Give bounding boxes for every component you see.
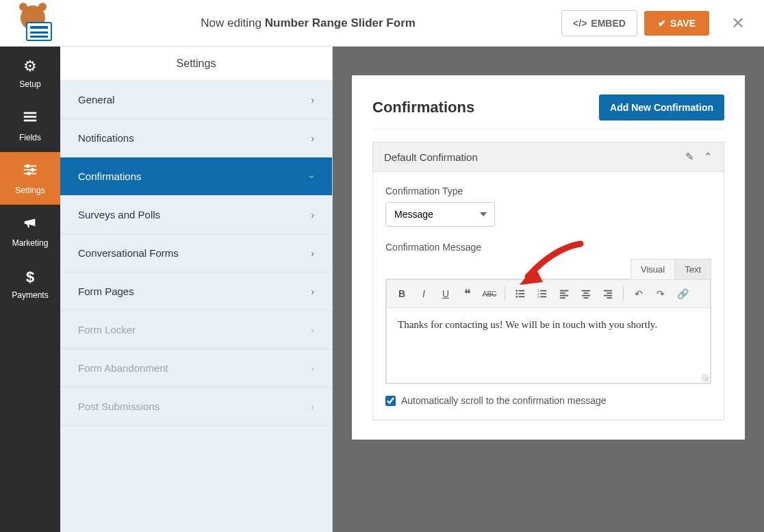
dollar-icon: $ — [26, 268, 34, 286]
code-icon: </> — [573, 18, 587, 29]
svg-rect-2 — [24, 119, 36, 121]
confirmation-message-label: Confirmation Message — [385, 242, 711, 253]
editor-tab-visual[interactable]: Visual — [631, 259, 675, 279]
svg-rect-24 — [560, 297, 565, 299]
settings-row-conversational[interactable]: Conversational Forms › — [60, 234, 332, 273]
auto-scroll-checkbox[interactable] — [385, 396, 396, 406]
align-right-icon[interactable] — [598, 284, 617, 303]
bold-icon[interactable]: B — [392, 284, 411, 303]
auto-scroll-label: Automatically scroll to the confirmation… — [401, 395, 607, 406]
sidebar-item-label: Marketing — [12, 238, 49, 248]
bullet-list-icon[interactable] — [511, 284, 530, 303]
svg-rect-22 — [560, 292, 565, 294]
panel-title: Settings — [60, 47, 332, 81]
confirmation-type-select[interactable]: Message — [385, 202, 495, 227]
svg-rect-20 — [540, 296, 546, 298]
svg-rect-18 — [540, 293, 546, 294]
confirmation-name: Default Confirmation — [384, 151, 478, 163]
svg-rect-26 — [584, 292, 589, 294]
italic-icon[interactable]: I — [414, 284, 433, 303]
settings-row-surveys[interactable]: Surveys and Polls › — [60, 196, 332, 234]
check-icon: ✔ — [658, 18, 666, 29]
number-list-icon[interactable]: 123 — [533, 284, 552, 303]
redo-icon[interactable]: ↷ — [651, 284, 670, 303]
svg-point-4 — [26, 164, 30, 168]
settings-panel: Settings General › Notifications › Confi… — [60, 47, 333, 532]
gear-icon: ⚙ — [23, 58, 37, 75]
main-content: Confirmations Add New Confirmation Defau… — [333, 47, 764, 532]
sidebar-item-marketing[interactable]: Marketing — [0, 205, 60, 257]
align-left-icon[interactable] — [555, 284, 574, 303]
settings-row-label: Conversational Forms — [78, 247, 179, 259]
sidebar-item-fields[interactable]: Fields — [0, 99, 60, 152]
close-icon[interactable]: ✕ — [726, 14, 750, 33]
sidebar-item-label: Setup — [19, 79, 40, 89]
save-button[interactable]: ✔ SAVE — [644, 11, 709, 36]
chevron-right-icon: › — [311, 325, 314, 335]
top-bar: Now editing Number Range Slider Form </>… — [0, 0, 764, 47]
undo-icon[interactable]: ↶ — [629, 284, 648, 303]
app-logo — [14, 5, 55, 41]
chevron-right-icon: › — [311, 210, 314, 220]
svg-rect-29 — [604, 290, 612, 292]
settings-row-post-submissions[interactable]: Post Submissions › — [60, 388, 332, 426]
collapse-icon[interactable]: ⌃ — [704, 151, 713, 163]
settings-row-notifications[interactable]: Notifications › — [60, 119, 332, 157]
settings-row-label: Notifications — [78, 132, 134, 144]
settings-row-label: General — [78, 94, 114, 105]
settings-row-label: Surveys and Polls — [78, 209, 160, 220]
sidebar-item-settings[interactable]: Settings — [0, 152, 60, 205]
chevron-right-icon: › — [311, 401, 314, 412]
confirmation-block: Default Confirmation ✎ ⌃ Confirmation Ty… — [372, 142, 724, 420]
megaphone-icon — [23, 215, 38, 234]
settings-row-general[interactable]: General › — [60, 81, 332, 119]
sidebar-item-label: Settings — [15, 186, 44, 195]
add-confirmation-button[interactable]: Add New Confirmation — [599, 94, 724, 121]
settings-row-label: Form Locker — [78, 324, 136, 335]
sidebar-item-label: Fields — [19, 133, 41, 142]
svg-point-6 — [31, 168, 34, 172]
align-center-icon[interactable] — [576, 284, 596, 303]
card-title: Confirmations — [372, 99, 474, 116]
settings-row-label: Post Submissions — [78, 401, 160, 412]
settings-row-confirmations[interactable]: Confirmations › — [60, 157, 332, 196]
chevron-right-icon: › — [311, 94, 314, 105]
settings-row-form-pages[interactable]: Form Pages › — [60, 273, 332, 311]
svg-rect-1 — [24, 116, 36, 118]
confirmation-block-header[interactable]: Default Confirmation ✎ ⌃ — [373, 142, 724, 172]
svg-rect-10 — [518, 290, 524, 292]
confirmation-type-label: Confirmation Type — [385, 186, 711, 197]
auto-scroll-checkbox-row[interactable]: Automatically scroll to the confirmation… — [385, 395, 711, 406]
settings-row-label: Confirmations — [78, 170, 142, 182]
chevron-right-icon: › — [311, 248, 314, 259]
sliders-icon — [23, 162, 38, 181]
svg-rect-23 — [560, 295, 568, 296]
svg-rect-14 — [518, 296, 524, 298]
svg-rect-21 — [560, 290, 568, 292]
sidebar-item-payments[interactable]: $ Payments — [0, 257, 60, 310]
svg-rect-32 — [607, 297, 612, 299]
left-sidebar: ⚙ Setup Fields Settings Marketing $ Paym… — [0, 47, 60, 532]
underline-icon[interactable]: U — [436, 284, 455, 303]
svg-rect-0 — [24, 112, 36, 114]
chevron-right-icon: › — [311, 363, 314, 374]
svg-point-9 — [515, 290, 518, 292]
list-icon — [23, 110, 38, 129]
embed-button[interactable]: </> EMBED — [561, 10, 637, 36]
svg-point-11 — [515, 293, 518, 295]
edit-icon[interactable]: ✎ — [685, 151, 694, 163]
settings-row-label: Form Abandonment — [78, 362, 168, 374]
settings-row-form-locker[interactable]: Form Locker › — [60, 311, 332, 349]
settings-row-form-abandonment[interactable]: Form Abandonment › — [60, 349, 332, 388]
link-icon[interactable]: 🔗 — [673, 284, 692, 303]
editor-tab-text[interactable]: Text — [674, 259, 711, 279]
quote-icon[interactable]: ❝ — [458, 284, 477, 303]
strike-icon[interactable]: ABC — [480, 284, 499, 303]
svg-rect-16 — [540, 290, 546, 292]
chevron-right-icon: › — [311, 286, 314, 297]
editor-body[interactable]: Thanks for contacting us! We will be in … — [386, 308, 711, 383]
svg-rect-30 — [607, 292, 612, 294]
svg-rect-27 — [582, 295, 590, 296]
svg-rect-31 — [604, 295, 612, 296]
sidebar-item-setup[interactable]: ⚙ Setup — [0, 47, 60, 99]
